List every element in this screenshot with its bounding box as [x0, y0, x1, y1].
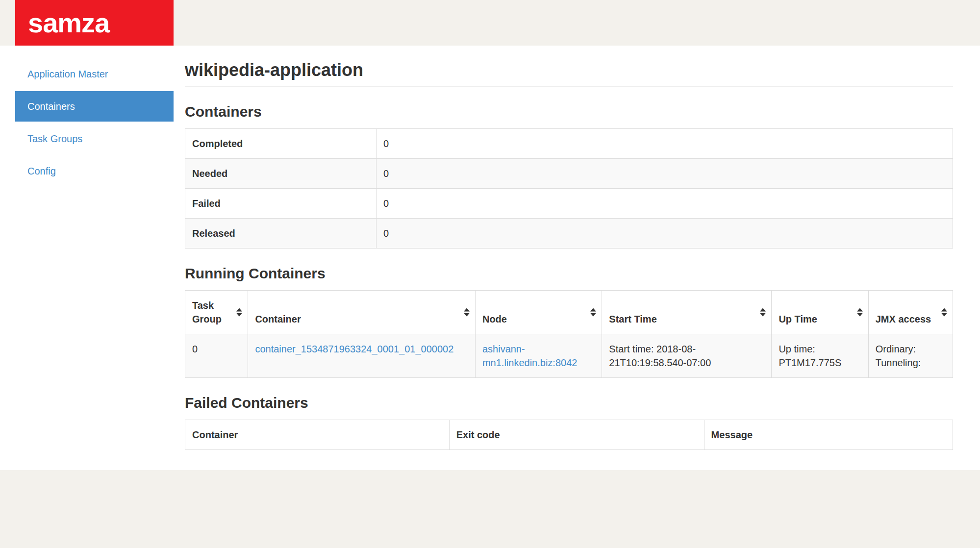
sort-icon	[857, 308, 863, 317]
failed-containers-heading: Failed Containers	[185, 395, 953, 411]
sort-icon	[236, 308, 242, 317]
top-bar: samza	[0, 0, 980, 46]
summary-label-failed: Failed	[185, 189, 377, 219]
column-header-message: Message	[704, 420, 953, 450]
containers-heading: Containers	[185, 103, 953, 120]
samza-logo[interactable]: samza	[15, 0, 174, 46]
column-header-task-group[interactable]: Task Group	[185, 291, 248, 334]
table-row: Completed 0	[185, 129, 953, 159]
content: wikipedia-application Containers Complet…	[185, 46, 953, 450]
container-cell: container_1534871963324_0001_01_000002	[248, 334, 476, 378]
running-containers-table: Task Group Container Node Start Tim	[185, 290, 953, 378]
sidebar-item-task-groups[interactable]: Task Groups	[15, 124, 174, 154]
sidebar-item: Config	[15, 156, 174, 186]
summary-label-completed: Completed	[185, 129, 377, 159]
sidebar-item-config[interactable]: Config	[15, 156, 174, 186]
main-area: Application Master Containers Task Group…	[0, 46, 980, 470]
table-row: Failed 0	[185, 189, 953, 219]
sidebar-item-application-master[interactable]: Application Master	[15, 59, 174, 89]
container-link[interactable]: container_1534871963324_0001_01_000002	[255, 344, 453, 354]
sidebar: Application Master Containers Task Group…	[15, 46, 174, 188]
column-header-container[interactable]: Container	[248, 291, 476, 334]
sort-icon	[941, 308, 947, 317]
table-row: Released 0	[185, 219, 953, 249]
column-header-start-time[interactable]: Start Time	[602, 291, 772, 334]
summary-value-released: 0	[376, 219, 953, 249]
summary-label-needed: Needed	[185, 159, 377, 189]
page: samza Application Master Containers Task…	[0, 0, 980, 548]
column-header-label: Start Time	[609, 314, 656, 324]
column-header-exit-code: Exit code	[449, 420, 704, 450]
table-header-row: Container Exit code Message	[185, 420, 953, 450]
running-containers-heading: Running Containers	[185, 265, 953, 281]
column-header-up-time[interactable]: Up Time	[772, 291, 868, 334]
failed-containers-table: Container Exit code Message	[185, 420, 953, 450]
column-header-label: Container	[255, 314, 301, 324]
sort-icon	[760, 308, 766, 317]
jmx-access-cell: Ordinary: Tunneling:	[868, 334, 953, 378]
summary-value-completed: 0	[376, 129, 953, 159]
column-header-label: Up Time	[779, 314, 817, 324]
sidebar-item: Application Master	[15, 59, 174, 89]
sidebar-item: Task Groups	[15, 124, 174, 154]
column-header-label: Node	[482, 314, 507, 324]
column-header-node[interactable]: Node	[475, 291, 602, 334]
table-row: Needed 0	[185, 159, 953, 189]
sidebar-item: Containers	[15, 91, 174, 122]
summary-label-released: Released	[185, 219, 377, 249]
column-header-label: Task Group	[192, 300, 222, 324]
up-time-cell: Up time: PT1M17.775S	[772, 334, 868, 378]
running-container-row: 0 container_1534871963324_0001_01_000002…	[185, 334, 953, 378]
samza-logo-text: samza	[15, 9, 109, 37]
containers-summary-table: Completed 0 Needed 0 Failed 0 Released 0	[185, 128, 953, 249]
column-header-jmx-access[interactable]: JMX access	[868, 291, 953, 334]
node-cell: ashivann-mn1.linkedin.biz:8042	[475, 334, 602, 378]
sidebar-nav: Application Master Containers Task Group…	[15, 59, 174, 186]
sort-icon	[590, 308, 596, 317]
start-time-cell: Start time: 2018-08-21T10:19:58.540-07:0…	[602, 334, 772, 378]
page-title: wikipedia-application	[185, 60, 953, 87]
sort-icon	[464, 308, 470, 317]
node-link[interactable]: ashivann-mn1.linkedin.biz:8042	[482, 344, 577, 368]
table-header-row: Task Group Container Node Start Tim	[185, 291, 953, 334]
column-header-failed-container: Container	[185, 420, 450, 450]
summary-value-failed: 0	[376, 189, 953, 219]
summary-value-needed: 0	[376, 159, 953, 189]
footer-band	[0, 470, 980, 548]
column-header-label: JMX access	[876, 314, 931, 324]
sidebar-item-containers[interactable]: Containers	[15, 91, 174, 122]
task-group-cell: 0	[185, 334, 248, 378]
